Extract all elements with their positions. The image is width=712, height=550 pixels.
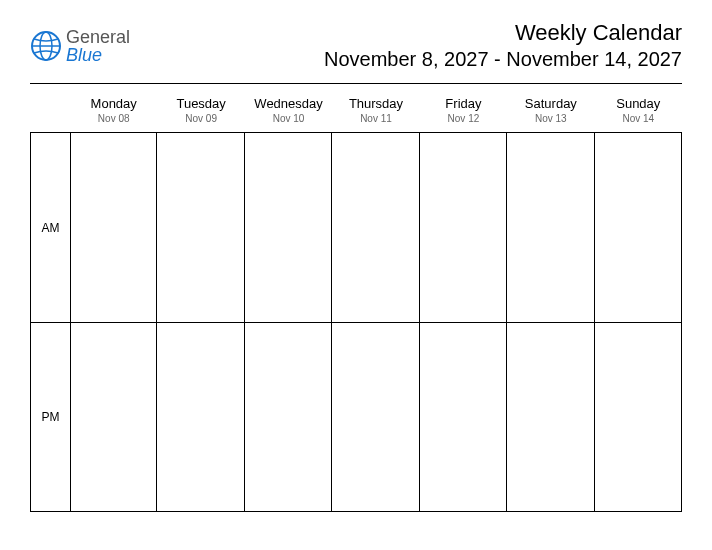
day-date: Nov 14 <box>595 113 682 124</box>
period-label-pm: PM <box>30 322 70 512</box>
logo-blue: Blue <box>66 45 102 65</box>
calendar-cell <box>157 322 244 512</box>
day-date: Nov 09 <box>157 113 244 124</box>
calendar-cell <box>332 132 419 322</box>
globe-icon <box>30 30 62 62</box>
calendar-cell <box>595 322 682 512</box>
calendar-cell <box>507 322 594 512</box>
day-header-tuesday: Tuesday Nov 09 <box>157 92 244 132</box>
calendar-cell <box>420 132 507 322</box>
day-header-thursday: Thursday Nov 11 <box>332 92 419 132</box>
day-date: Nov 13 <box>507 113 594 124</box>
day-name: Thursday <box>332 96 419 111</box>
calendar-cell <box>70 322 157 512</box>
day-header-saturday: Saturday Nov 13 <box>507 92 594 132</box>
calendar-grid: Monday Nov 08 Tuesday Nov 09 Wednesday N… <box>30 92 682 512</box>
day-header-sunday: Sunday Nov 14 <box>595 92 682 132</box>
day-header-wednesday: Wednesday Nov 10 <box>245 92 332 132</box>
day-name: Wednesday <box>245 96 332 111</box>
calendar-cell <box>332 322 419 512</box>
calendar-cell <box>595 132 682 322</box>
day-name: Saturday <box>507 96 594 111</box>
day-date: Nov 11 <box>332 113 419 124</box>
day-header-monday: Monday Nov 08 <box>70 92 157 132</box>
day-name: Tuesday <box>157 96 244 111</box>
page-title: Weekly Calendar <box>324 20 682 46</box>
header-divider <box>30 83 682 84</box>
day-header-friday: Friday Nov 12 <box>420 92 507 132</box>
logo: General Blue <box>30 28 130 64</box>
logo-general: General <box>66 27 130 47</box>
calendar-cell <box>70 132 157 322</box>
calendar-cell <box>245 132 332 322</box>
day-date: Nov 10 <box>245 113 332 124</box>
header: General Blue Weekly Calendar November 8,… <box>30 20 682 71</box>
date-range: November 8, 2027 - November 14, 2027 <box>324 48 682 71</box>
day-date: Nov 08 <box>70 113 157 124</box>
day-name: Monday <box>70 96 157 111</box>
calendar-cell <box>245 322 332 512</box>
calendar-cell <box>507 132 594 322</box>
day-name: Friday <box>420 96 507 111</box>
day-date: Nov 12 <box>420 113 507 124</box>
calendar-cell <box>420 322 507 512</box>
period-label-am: AM <box>30 132 70 322</box>
corner-cell <box>30 92 70 132</box>
title-area: Weekly Calendar November 8, 2027 - Novem… <box>324 20 682 71</box>
logo-text: General Blue <box>66 28 130 64</box>
day-name: Sunday <box>595 96 682 111</box>
calendar-cell <box>157 132 244 322</box>
